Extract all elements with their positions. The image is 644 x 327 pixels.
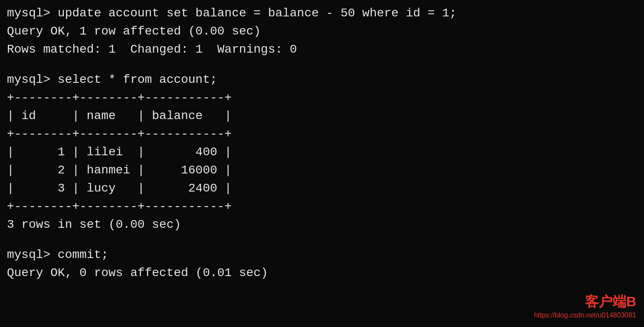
output-line: Query OK, 1 row affected (0.00 sec) [7, 22, 637, 41]
table-line: | 1 | lilei | 400 | [7, 143, 637, 161]
table-line: +--------+--------+-----------+ [7, 125, 637, 143]
watermark: 客户端B https://blog.csdn.net/u014803081 [534, 292, 636, 319]
watermark-url: https://blog.csdn.net/u014803081 [534, 311, 636, 319]
prompt-line: mysql> update account set balance = bala… [7, 4, 637, 22]
table-line: +--------+--------+-----------+ [7, 198, 637, 216]
watermark-title: 客户端B [534, 292, 636, 311]
output-line: Query OK, 0 rows affected (0.01 sec) [7, 264, 637, 282]
table-line: | 2 | hanmei | 16000 | [7, 161, 637, 179]
blank-line [7, 59, 637, 71]
table-line: | id | name | balance | [7, 107, 637, 125]
terminal-container: mysql> update account set balance = bala… [7, 4, 637, 282]
prompt-line: mysql> commit; [7, 246, 637, 264]
output-line: Rows matched: 1 Changed: 1 Warnings: 0 [7, 41, 637, 59]
table-line: +--------+--------+-----------+ [7, 89, 637, 107]
table-line: | 3 | lucy | 2400 | [7, 179, 637, 198]
output-line: 3 rows in set (0.00 sec) [7, 216, 637, 234]
prompt-line: mysql> select * from account; [7, 71, 637, 89]
blank-line [7, 234, 637, 246]
